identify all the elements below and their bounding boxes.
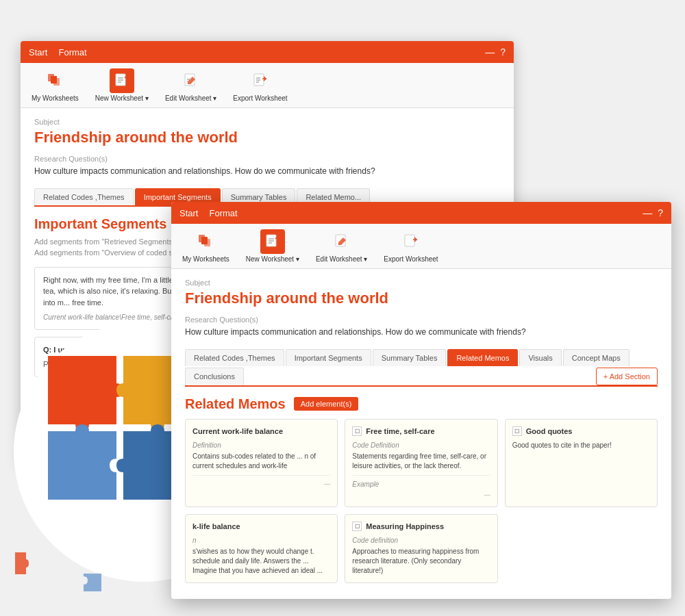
tab-related-memos-front[interactable]: Related Memos [447, 349, 518, 366]
edit-worksheet-label: Edit Worksheet ▾ [165, 94, 216, 102]
memo-divider-1 [192, 475, 330, 476]
tabs-front: Related Codes ,Themes Important Segments… [185, 349, 658, 387]
title-bar-front: Start Format — ? [171, 202, 671, 224]
menu-format[interactable]: Format [58, 47, 86, 57]
svg-rect-2 [53, 78, 60, 86]
memos-grid: Current work-life balance Definition Con… [185, 419, 658, 583]
worksheets-icon-front [193, 229, 218, 254]
front-window-content: Subject Friendship around the world Rese… [171, 269, 671, 593]
worksheets-label: My Worksheets [32, 94, 79, 102]
memo-icon-5: ☐ [352, 522, 362, 531]
memo-label-4a: n [192, 536, 330, 546]
ribbon-my-worksheets[interactable]: My Worksheets [32, 68, 79, 102]
edit-label-front: Edit Worksheet ▾ [316, 255, 367, 263]
help-btn[interactable]: ? [500, 47, 506, 57]
title-bar-back: Start Format — ? [21, 41, 514, 63]
subject-label-back: Subject [34, 118, 500, 126]
research-label-back: Research Question(s) [34, 155, 500, 163]
memo-text-3: Good quotes to cite in the paper! [512, 441, 650, 450]
svg-rect-25 [405, 235, 414, 246]
memo-footer-1: — [192, 480, 330, 489]
ribbon-back: My Worksheets New Worksheet ▾ [21, 63, 514, 108]
memo-text-4a: s'wishes as to how they would change t. … [192, 547, 330, 576]
worksheets-icon [42, 68, 67, 93]
memo-text-5a: Approaches to measuring happiness from r… [352, 547, 490, 576]
puzzle-piece-2 [82, 572, 103, 595]
title-bar-menu: Start Format [29, 47, 87, 57]
memo-label-5a: Code definition [352, 536, 490, 546]
memo-title-3: ☐ Good quotes [512, 426, 650, 437]
memo-title-5: ☐ Measuring Happiness [352, 522, 490, 532]
edit-icon-front [329, 229, 354, 254]
tab-concept-maps-front[interactable]: Concept Maps [563, 349, 630, 366]
ribbon-edit-worksheet[interactable]: Edit Worksheet ▾ [165, 68, 216, 102]
export-worksheet-label: Export Worksheet [233, 94, 287, 102]
memo-label-2a: Code Definition [352, 441, 490, 450]
svg-rect-18 [204, 239, 210, 246]
export-label-front: Export Worksheet [384, 255, 438, 263]
tab-summary-tables-front[interactable]: Summary Tables [373, 349, 447, 366]
memo-card-4: k-life balance n s'wishes as to how they… [185, 514, 338, 583]
menu-start[interactable]: Start [29, 47, 47, 57]
tab-important-segments-front[interactable]: Important Segments [286, 349, 371, 366]
subject-title-back: Friendship around the world [34, 129, 500, 146]
front-window: Start Format — ? My Worksheets [171, 202, 671, 599]
menu-start-front[interactable]: Start [179, 208, 198, 218]
memo-divider-2 [352, 475, 490, 476]
memo-text-1a: Contains sub-codes related to the ... n … [192, 452, 330, 471]
new-label-front: New Worksheet ▾ [246, 255, 299, 263]
research-label-front: Research Question(s) [185, 316, 658, 324]
ribbon-export-worksheet[interactable]: Export Worksheet [233, 68, 287, 102]
new-worksheet-icon [110, 68, 134, 93]
title-bar-controls: — ? [485, 47, 506, 57]
related-memos-header: Related Memos Add element(s) [185, 396, 658, 412]
puzzle-piece-1 [14, 551, 38, 578]
related-memos-title: Related Memos [185, 396, 286, 412]
subject-label-front: Subject [185, 279, 658, 287]
ribbon-new-worksheet[interactable]: New Worksheet ▾ [95, 68, 149, 102]
memo-label-1a: Definition [192, 441, 330, 450]
memo-text-2a: Statements regarding free time, self-car… [352, 452, 490, 471]
minimize-btn-front[interactable]: — [643, 207, 652, 218]
ribbon-front: My Worksheets New Worksheet ▾ [171, 224, 671, 269]
memo-card-5: ☐ Measuring Happiness Code definition Ap… [345, 514, 497, 583]
minimize-btn[interactable]: — [485, 47, 495, 57]
memo-title-2: ☐ Free time, self-care [352, 426, 490, 437]
memo-title-4: k-life balance [192, 522, 330, 532]
ribbon-edit-worksheet-front[interactable]: Edit Worksheet ▾ [316, 229, 367, 263]
export-icon-front [399, 229, 423, 254]
memo-card-2: ☐ Free time, self-care Code Definition S… [345, 419, 497, 507]
subject-title-front: Friendship around the world [185, 290, 658, 307]
help-btn-front[interactable]: ? [658, 207, 663, 218]
add-elements-button[interactable]: Add element(s) [294, 397, 359, 411]
tab-related-codes-front[interactable]: Related Codes ,Themes [185, 349, 284, 366]
ribbon-my-worksheets-front[interactable]: My Worksheets [182, 229, 229, 263]
ribbon-export-worksheet-front[interactable]: Export Worksheet [384, 229, 438, 263]
new-icon-front [260, 229, 285, 254]
new-worksheet-label: New Worksheet ▾ [95, 94, 149, 102]
tab-conclusions-front[interactable]: Conclusions [185, 368, 244, 385]
menu-format-front[interactable]: Format [209, 208, 237, 218]
edit-worksheet-icon [179, 68, 203, 93]
tab-add-section[interactable]: + Add Section [596, 368, 658, 385]
worksheets-label-front: My Worksheets [182, 255, 229, 263]
memo-footer-2: — [352, 491, 490, 500]
export-worksheet-icon [248, 68, 273, 93]
title-bar-menu-front: Start Format [179, 208, 238, 218]
tab-related-codes-back[interactable]: Related Codes ,Themes [34, 188, 134, 205]
title-bar-controls-front: — ? [643, 207, 663, 218]
memo-card-1: Current work-life balance Definition Con… [185, 419, 338, 507]
memo-icon-2: ☐ [352, 426, 362, 436]
tab-visuals-front[interactable]: Visuals [519, 349, 561, 366]
research-text-back: How culture impacts communication and re… [34, 166, 500, 177]
memo-label-2b: Example [352, 480, 490, 489]
memo-icon-3: ☐ [512, 426, 522, 436]
ribbon-new-worksheet-front[interactable]: New Worksheet ▾ [246, 229, 299, 263]
memo-card-3: ☐ Good quotes Good quotes to cite in the… [505, 419, 658, 507]
memo-title-1: Current work-life balance [192, 426, 330, 437]
research-text-front: How culture impacts communication and re… [185, 326, 658, 338]
